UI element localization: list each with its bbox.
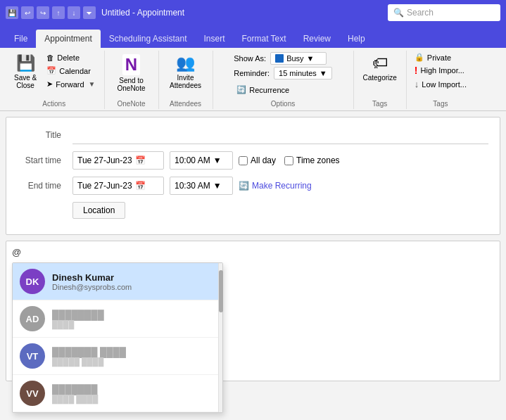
contact-email-1: ████ bbox=[52, 320, 215, 329]
contact-name-3: ███████ bbox=[52, 384, 215, 395]
title-label: Title bbox=[18, 130, 67, 140]
reminder-dropdown[interactable]: 15 minutes ▼ bbox=[274, 67, 332, 79]
tab-format[interactable]: Format Text bbox=[234, 30, 295, 48]
save-close-button[interactable]: 💾 Save &Close bbox=[10, 52, 41, 91]
all-day-checkbox[interactable] bbox=[239, 156, 248, 165]
tab-review[interactable]: Review bbox=[295, 30, 339, 48]
location-button[interactable]: Location bbox=[72, 202, 125, 219]
time-zones-label: Time zones bbox=[296, 155, 340, 165]
start-time-field[interactable]: 10:00 AM ▼ bbox=[170, 151, 233, 170]
tab-appointment[interactable]: Appointment bbox=[36, 30, 100, 48]
avatar-0: DK bbox=[20, 269, 45, 294]
scrollbar[interactable] bbox=[218, 263, 222, 412]
forward-label: Forward bbox=[56, 80, 84, 89]
contact-name-1: ████████ bbox=[52, 310, 215, 320]
high-importance-label: High Impor... bbox=[421, 66, 464, 75]
end-time-arrow-icon: ▼ bbox=[213, 181, 222, 191]
calendar-button[interactable]: 📅 Calendar bbox=[44, 65, 98, 77]
options-content: Show As: Busy ▼ Reminder: 15 minutes ▼ bbox=[234, 52, 331, 98]
contact-info-1: ████████ ████ bbox=[52, 310, 215, 329]
all-day-label: All day bbox=[251, 155, 276, 165]
delete-label: Delete bbox=[57, 53, 80, 62]
private-button[interactable]: 🔒 Private bbox=[412, 52, 469, 63]
start-date-field[interactable]: Tue 27-Jun-23 📅 bbox=[72, 151, 164, 170]
recurrence-label: Recurrence bbox=[249, 86, 289, 94]
undo-icon[interactable]: ↩ bbox=[21, 6, 34, 19]
ribbon-body: 💾 Save &Close 🗑 Delete 📅 Calendar ➤ Forw… bbox=[0, 48, 506, 111]
reminder-label: Reminder: bbox=[234, 69, 270, 77]
end-date-field[interactable]: Tue 27-Jun-23 📅 bbox=[72, 177, 164, 195]
importance-group-label: Tags bbox=[433, 100, 448, 108]
contact-info-2: ███████ ████ █████ ████ bbox=[52, 347, 215, 366]
recurrence-icon: 🔄 bbox=[236, 85, 246, 94]
title-bar: 💾 ↩ ↪ ↑ ↓ ⏷ Untitled - Appointment 🔍 Sea… bbox=[0, 0, 506, 25]
forward-button[interactable]: ➤ Forward ▼ bbox=[44, 78, 98, 90]
tags-group-label: Tags bbox=[372, 100, 387, 108]
autocomplete-item-2[interactable]: VT ███████ ████ █████ ████ bbox=[13, 338, 222, 375]
lock-icon: 🔒 bbox=[415, 53, 424, 62]
dropdown-arrow-icon: ▼ bbox=[307, 54, 315, 63]
onenote-icon: N bbox=[122, 54, 140, 75]
save-quick-icon[interactable]: 💾 bbox=[6, 6, 18, 19]
tab-file[interactable]: File bbox=[6, 30, 36, 48]
invite-icon: 👥 bbox=[176, 54, 195, 72]
invite-attendees-button[interactable]: 👥 Invite Attendees bbox=[165, 52, 207, 91]
save-icon: 💾 bbox=[16, 54, 35, 72]
tab-scheduling[interactable]: Scheduling Assistant bbox=[101, 30, 196, 48]
nav-up-icon[interactable]: ↑ bbox=[52, 6, 65, 19]
autocomplete-item-3[interactable]: VV ███████ ████ ████ bbox=[13, 375, 222, 412]
scrollbar-thumb bbox=[219, 270, 223, 312]
private-label: Private bbox=[427, 53, 451, 62]
send-to-onenote-button[interactable]: N Send to OneNote bbox=[110, 52, 153, 94]
recurrence-button[interactable]: 🔄 Recurrence bbox=[234, 84, 292, 96]
actions-vertical: 🗑 Delete 📅 Calendar ➤ Forward ▼ bbox=[44, 52, 98, 90]
onenote-label: Send to OneNote bbox=[114, 77, 149, 92]
delete-icon: 🗑 bbox=[46, 53, 54, 62]
high-importance-button[interactable]: ! High Impor... bbox=[412, 64, 469, 77]
autocomplete-item-0[interactable]: DK Dinesh Kumar Dinesh@sysprobs.com bbox=[13, 263, 222, 300]
invite-label: Invite Attendees bbox=[168, 74, 203, 89]
body-area: @ DK Dinesh Kumar Dinesh@sysprobs.com AD… bbox=[6, 241, 500, 381]
contact-name-2: ███████ ████ bbox=[52, 347, 215, 357]
start-time-label: Start time bbox=[18, 155, 67, 165]
tags-content: 🏷 Categorize bbox=[360, 52, 400, 98]
contact-email-3: ████ ████ bbox=[52, 395, 215, 403]
appointment-form: Title Start time Tue 27-Jun-23 📅 10:00 A… bbox=[6, 117, 500, 235]
ribbon-tabs: File Appointment Scheduling Assistant In… bbox=[0, 25, 506, 48]
importance-group: 🔒 Private ! High Impor... ↓ Low Import..… bbox=[407, 51, 474, 109]
window-title: Untitled - Appointment bbox=[101, 8, 382, 18]
make-recurring-button[interactable]: 🔄 Make Recurring bbox=[239, 181, 312, 191]
autocomplete-item-1[interactable]: AD ████████ ████ bbox=[13, 300, 222, 338]
redo-icon[interactable]: ↪ bbox=[37, 6, 49, 19]
tab-insert[interactable]: Insert bbox=[195, 30, 233, 48]
options-group: Show As: Busy ▼ Reminder: 15 minutes ▼ bbox=[213, 51, 354, 109]
nav-down-icon[interactable]: ↓ bbox=[68, 6, 80, 19]
search-bar[interactable]: 🔍 Search bbox=[388, 4, 500, 21]
end-date-value: Tue 27-Jun-23 bbox=[77, 181, 132, 191]
avatar-2: VT bbox=[20, 343, 45, 369]
low-importance-label: Low Import... bbox=[422, 80, 467, 89]
busy-status-label: Busy bbox=[286, 54, 303, 63]
tab-help[interactable]: Help bbox=[339, 30, 374, 48]
at-mention-text: @ bbox=[12, 247, 494, 257]
end-time-field[interactable]: 10:30 AM ▼ bbox=[170, 177, 233, 195]
delete-button[interactable]: 🗑 Delete bbox=[44, 52, 98, 63]
importance-content: 🔒 Private ! High Impor... ↓ Low Import..… bbox=[412, 52, 469, 98]
calendar-label: Calendar bbox=[59, 67, 91, 75]
low-importance-button[interactable]: ↓ Low Import... bbox=[412, 78, 469, 90]
importance-items: 🔒 Private ! High Impor... ↓ Low Import..… bbox=[412, 52, 469, 90]
title-row: Title bbox=[18, 126, 488, 144]
search-placeholder: Search bbox=[407, 8, 434, 18]
title-input[interactable] bbox=[72, 126, 488, 144]
history-icon[interactable]: ⏷ bbox=[83, 6, 96, 19]
onenote-group: N Send to OneNote OneNote bbox=[105, 51, 159, 109]
forward-arrow-icon: ▼ bbox=[89, 80, 96, 88]
show-as-dropdown[interactable]: Busy ▼ bbox=[270, 52, 327, 65]
show-as-row: Show As: Busy ▼ Reminder: 15 minutes ▼ bbox=[234, 52, 331, 79]
end-time-value: 10:30 AM bbox=[175, 181, 210, 191]
categorize-button[interactable]: 🏷 Categorize bbox=[360, 52, 400, 84]
attendees-group: 👥 Invite Attendees Attendees bbox=[159, 51, 213, 109]
time-zones-checkbox[interactable] bbox=[284, 156, 293, 165]
forward-icon: ➤ bbox=[46, 79, 53, 89]
autocomplete-dropdown: DK Dinesh Kumar Dinesh@sysprobs.com AD █… bbox=[12, 262, 223, 413]
